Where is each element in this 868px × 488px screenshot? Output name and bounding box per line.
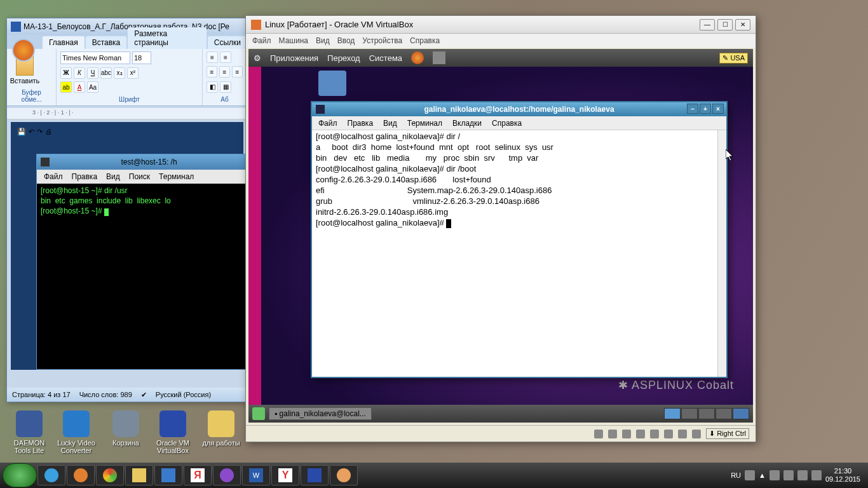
ruler[interactable]: 3 · | · 2 · | · 1 · | · [7, 108, 247, 119]
firefox-icon[interactable] [411, 51, 424, 64]
usb-icon[interactable] [636, 430, 645, 438]
highlight-button[interactable]: ab [60, 81, 72, 93]
tab-home[interactable]: Главная [43, 36, 85, 49]
vbox-menu-devices[interactable]: Устройства [362, 36, 402, 45]
case-button[interactable]: Aa [87, 81, 98, 93]
desktop-folder-icon[interactable] [318, 71, 346, 96]
tray-help-icon[interactable] [745, 470, 755, 480]
tab-insert[interactable]: Вставка [86, 36, 127, 49]
workspace-4[interactable] [715, 408, 732, 419]
status-page[interactable]: Страница: 4 из 17 [12, 391, 71, 398]
places-menu[interactable]: Переход [327, 53, 360, 63]
guest-desktop[interactable]: ✱ ASPLINUX Cobalt galina_nikolaeva@local… [248, 67, 753, 405]
keyboard-layout-badge[interactable]: ✎ USA [719, 53, 748, 64]
tb-chrome[interactable] [96, 465, 124, 485]
tab-refs[interactable]: Ссылки [208, 36, 247, 49]
align-left-button[interactable]: ≡ [207, 66, 217, 78]
tb-yandex[interactable]: Я [184, 465, 212, 485]
tb-amigo[interactable] [213, 465, 241, 485]
menu-file[interactable]: Файл [318, 119, 337, 128]
bullets-button[interactable]: ≡ [207, 51, 218, 63]
menu-view[interactable]: Вид [383, 119, 397, 128]
tb-paint[interactable] [330, 465, 358, 485]
close-button[interactable]: ✕ [735, 19, 750, 30]
vbox-titlebar[interactable]: Linux [Работает] - Oracle VM VirtualBox … [246, 16, 756, 34]
system-menu[interactable]: Система [369, 53, 402, 63]
menu-file[interactable]: Файл [41, 172, 66, 182]
terminal-small-titlebar[interactable]: test@host-15: /h [37, 154, 248, 170]
word-titlebar[interactable]: МА-13-1_Белоусов_А.Г_Лабораторная работа… [7, 18, 247, 35]
tb-ie[interactable] [37, 465, 65, 485]
italic-button[interactable]: К [74, 67, 85, 79]
align-center-button[interactable]: ≡ [219, 66, 230, 78]
bold-button[interactable]: Ж [60, 67, 72, 79]
quick-access-toolbar[interactable]: 💾↶↷🖨 [17, 128, 52, 140]
tray-clock[interactable]: 21:30 09.12.2015 [825, 467, 860, 484]
font-size-select[interactable] [132, 51, 151, 64]
strike-button[interactable]: abc [100, 67, 112, 79]
tray-lang[interactable]: RU [731, 471, 741, 479]
minimize-button[interactable]: — [700, 19, 715, 30]
display-icon[interactable] [664, 430, 673, 438]
font-color-button[interactable]: A [74, 81, 85, 93]
tray-network-icon[interactable] [797, 470, 808, 480]
sub-button[interactable]: x₂ [114, 67, 125, 79]
desktop-icon-folder[interactable]: для работы [200, 410, 243, 447]
status-lang[interactable]: Русский (Россия) [156, 391, 211, 398]
vbox-menu-input[interactable]: Ввод [337, 36, 355, 45]
workspace-switcher[interactable] [664, 408, 749, 419]
vbox-menu-file[interactable]: Файл [252, 36, 271, 45]
mouse-integration-icon[interactable] [692, 430, 701, 438]
network-icon[interactable] [622, 430, 631, 438]
tray-chevron-icon[interactable]: ▲ [759, 471, 766, 479]
tab-layout[interactable]: Разметка страницы [128, 27, 206, 49]
taskbar-terminal-button[interactable]: ▪ galina_nikolaeva@local... [269, 407, 372, 420]
apps-menu[interactable]: Приложения [270, 53, 318, 63]
host-key-label[interactable]: ⬇ Right Ctrl [706, 428, 749, 439]
maximize-button[interactable]: + [700, 104, 711, 114]
menu-view[interactable]: Вид [103, 172, 123, 182]
minimize-button[interactable]: – [687, 104, 698, 114]
tray-flag-icon[interactable] [770, 470, 780, 480]
menu-edit[interactable]: Правка [69, 172, 101, 182]
tb-word[interactable]: W [242, 465, 270, 485]
menu-help[interactable]: Справка [492, 119, 522, 128]
workspace-2[interactable] [681, 408, 698, 419]
recording-icon[interactable] [678, 430, 687, 438]
shading-button[interactable]: ◧ [207, 81, 218, 93]
underline-button[interactable]: Ч [87, 67, 98, 79]
gnome-terminal-titlebar[interactable]: galina_nikolaeva@localhost:/home/galina_… [312, 102, 726, 116]
trash-icon[interactable] [733, 408, 749, 419]
tb-explorer[interactable] [125, 465, 153, 485]
tray-action-icon[interactable] [783, 470, 794, 480]
tb-ybrowser[interactable]: Y [271, 465, 299, 485]
desktop-icon-lucky[interactable]: Lucky Video Converter [55, 410, 98, 454]
numbering-button[interactable]: ≡ [220, 51, 231, 63]
borders-button[interactable]: ▦ [220, 81, 231, 93]
file-manager-icon[interactable] [433, 51, 445, 64]
tb-sound[interactable] [154, 465, 182, 485]
menu-search[interactable]: Поиск [126, 172, 153, 182]
scrollbar[interactable] [717, 130, 726, 377]
font-name-select[interactable] [60, 51, 130, 64]
spell-icon[interactable]: ✔ [141, 391, 147, 399]
workspace-3[interactable] [698, 408, 715, 419]
desktop-icon-trash[interactable]: Корзина [104, 410, 147, 447]
show-desktop-icon[interactable] [252, 407, 265, 420]
tb-vbox[interactable] [301, 465, 329, 485]
office-button[interactable] [12, 39, 35, 62]
optical-icon[interactable] [608, 430, 617, 438]
close-button[interactable]: × [712, 104, 724, 114]
menu-terminal[interactable]: Терминал [407, 119, 442, 128]
tb-media[interactable] [67, 465, 95, 485]
menu-edit[interactable]: Правка [348, 119, 374, 128]
menu-tabs[interactable]: Вкладки [452, 119, 482, 128]
maximize-button[interactable]: ☐ [717, 19, 733, 30]
menu-terminal[interactable]: Терминал [156, 172, 197, 182]
shared-folder-icon[interactable] [650, 430, 659, 438]
workspace-1[interactable] [664, 408, 681, 419]
vbox-menu-machine[interactable]: Машина [279, 36, 308, 45]
vbox-menu-view[interactable]: Вид [316, 36, 330, 45]
disk-icon[interactable] [594, 430, 603, 438]
terminal-small-output[interactable]: [root@host-15 ~]# dir /usr bin etc games… [37, 184, 248, 219]
